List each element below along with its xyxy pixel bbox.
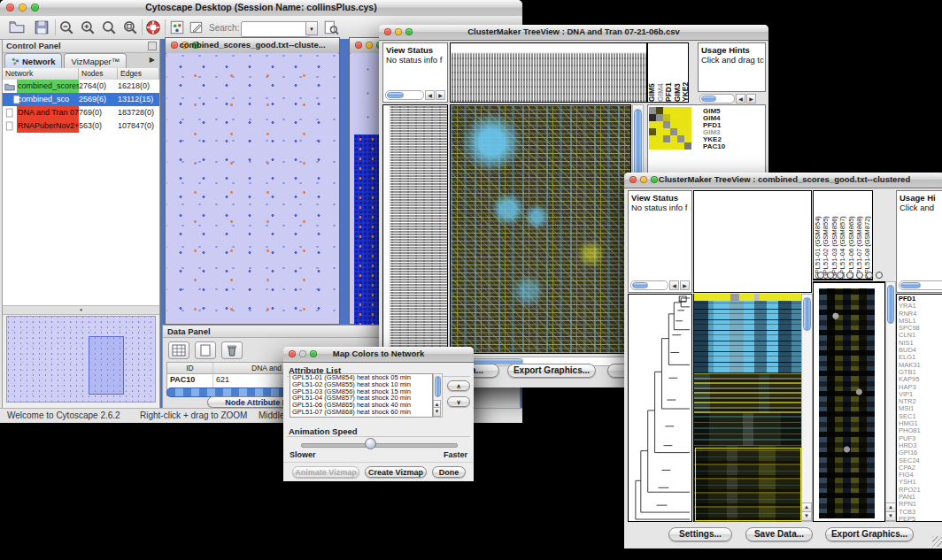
search-dropdown-arrow[interactable]: ▼ bbox=[305, 21, 318, 35]
network-canvas[interactable] bbox=[166, 53, 338, 323]
minimize-button[interactable] bbox=[366, 42, 373, 49]
tab-network-label: Network bbox=[22, 57, 55, 66]
usage-hints-scrollbar[interactable]: ◀▶ bbox=[699, 94, 756, 104]
column-header[interactable]: Edges bbox=[118, 68, 159, 80]
attribute-list[interactable]: GPL51-01 (GSM854) heat shock 05 minGPL51… bbox=[290, 373, 433, 418]
move-up-button[interactable]: ∧ bbox=[447, 380, 470, 391]
usage-hints-text: Click and drag tc bbox=[701, 55, 764, 65]
view-status-panel: View Status No status info f ◀▶ bbox=[628, 190, 692, 293]
attribute-list-scrollbar[interactable]: ▲ ▼ bbox=[433, 373, 443, 418]
network-row[interactable]: RNAPuberNov2+ 563(0) 107847(0) bbox=[3, 119, 159, 133]
network-view-titlebar[interactable]: combined_scores_good.txt--cluste... bbox=[166, 38, 339, 54]
gene-label[interactable]: PEP5 bbox=[899, 516, 942, 522]
animation-speed-label: Animation Speed bbox=[289, 426, 358, 436]
global-heatmap[interactable] bbox=[450, 104, 631, 354]
attribute-item[interactable]: GPL51-07 (GSM868) heat shock 60 min bbox=[290, 409, 432, 416]
attribute-select-icon[interactable] bbox=[168, 341, 189, 359]
search-input[interactable] bbox=[241, 21, 310, 37]
view-status-scrollbar[interactable]: ◀▶ bbox=[385, 90, 445, 100]
heatmap-vscrollbar[interactable]: ▲ ▼ bbox=[801, 294, 813, 522]
save-icon[interactable] bbox=[34, 19, 50, 35]
view-status-scrollbar[interactable]: ◀▶ bbox=[630, 280, 690, 290]
plugin-manager-icon[interactable] bbox=[169, 19, 185, 35]
done-button[interactable]: Done bbox=[432, 466, 466, 478]
zoom-fit-icon[interactable] bbox=[101, 19, 117, 35]
resize-grip[interactable] bbox=[932, 536, 942, 547]
column-label[interactable]: YKE2 bbox=[682, 43, 689, 102]
float-panel-icon[interactable] bbox=[148, 42, 157, 50]
heatmap-selection-rect[interactable] bbox=[695, 448, 801, 521]
zoom-out-icon[interactable] bbox=[58, 19, 74, 35]
column-header[interactable]: ID bbox=[167, 363, 213, 373]
new-attribute-icon[interactable] bbox=[195, 341, 216, 359]
zoom-panel bbox=[813, 281, 885, 522]
column-label[interactable]: GPL51-01 (GSM854) bbox=[814, 191, 822, 279]
slower-label: Slower bbox=[290, 450, 316, 459]
column-dendrogram[interactable] bbox=[450, 42, 647, 103]
network-row-selected[interactable]: combined_sco 2569(6) 13112(15) bbox=[3, 93, 159, 106]
column-label[interactable]: GPL51-06 (GSM865) bbox=[847, 191, 855, 279]
annotation-icon[interactable] bbox=[189, 19, 205, 35]
zoom-heatmap[interactable] bbox=[649, 107, 691, 150]
row-dendrogram[interactable] bbox=[628, 294, 692, 522]
treeview-window-combined: ClusterMaker TreeView : combined_scores_… bbox=[624, 173, 942, 548]
panel-splitter[interactable]: ● bbox=[3, 305, 159, 315]
global-heatmap[interactable] bbox=[693, 294, 802, 522]
toolbar-separator bbox=[142, 19, 143, 35]
network-table-header: Network Nodes Edges bbox=[3, 68, 159, 81]
close-button[interactable] bbox=[355, 42, 362, 49]
dialog-titlebar[interactable]: Map Colors to Network bbox=[283, 347, 474, 363]
export-graphics-button[interactable]: Export Graphics... bbox=[825, 527, 914, 541]
usage-hints-title: Usage Hints bbox=[701, 45, 762, 55]
move-down-button[interactable]: ∨ bbox=[447, 396, 470, 407]
column-header[interactable]: Nodes bbox=[79, 68, 118, 80]
network-list: combined_scores 2764(0) 16218(0) combine… bbox=[3, 80, 159, 305]
gene-list-scrollbar[interactable]: ▲ ▼ bbox=[885, 281, 896, 522]
zoom-selected-icon[interactable] bbox=[122, 19, 138, 35]
map-colors-dialog: Map Colors to Network Attribute List GPL… bbox=[283, 347, 474, 481]
gene-label[interactable]: PAC10 bbox=[703, 143, 725, 150]
column-label[interactable]: GPL51-08 (GSM872) bbox=[863, 191, 871, 279]
column-label[interactable]: GPL51-03 (GSM856) bbox=[830, 191, 838, 279]
network-row[interactable]: DNA and Tran 07 769(0) 183728(0) bbox=[3, 106, 159, 119]
help-lifesaver-icon[interactable] bbox=[145, 19, 161, 35]
column-label[interactable]: GPL51-02 (GSM855) bbox=[822, 191, 830, 279]
tab-network[interactable]: Network bbox=[4, 53, 62, 68]
treeview-titlebar[interactable]: ClusterMaker TreeView : DNA and Tran 07-… bbox=[379, 25, 768, 41]
edge-count: 13112(15) bbox=[118, 93, 159, 106]
network-view-title: combined_scores_good.txt--cluste... bbox=[166, 40, 339, 50]
zoom-in-icon[interactable] bbox=[80, 19, 96, 35]
column-label[interactable]: GPL51-04 (GSM857) bbox=[838, 191, 846, 279]
column-dendrogram-area[interactable] bbox=[693, 190, 812, 293]
main-titlebar[interactable]: Cytoscape Desktop (Session Name: collins… bbox=[0, 0, 522, 17]
animation-slider-thumb[interactable] bbox=[365, 438, 376, 449]
zoom-heatmap[interactable] bbox=[819, 288, 875, 518]
open-icon[interactable] bbox=[9, 19, 25, 35]
birdseye-viewport-rect[interactable] bbox=[89, 336, 124, 395]
create-vizmap-button[interactable]: Create Vizmap bbox=[365, 466, 427, 478]
usage-hints-scrollbar[interactable] bbox=[899, 280, 942, 290]
dialog-title: Map Colors to Network bbox=[283, 349, 474, 358]
view-status-text: No status info f bbox=[386, 55, 442, 65]
edge-count: 107847(0) bbox=[118, 119, 159, 133]
tab-vizmapper[interactable]: VizMapper™ bbox=[64, 53, 127, 68]
advanced-search-icon[interactable] bbox=[323, 19, 339, 35]
export-graphics-button[interactable]: Export Graphics... bbox=[507, 364, 596, 378]
dialog-separator bbox=[283, 462, 474, 463]
view-status-panel: View Status No status info f ◀▶ bbox=[382, 42, 448, 103]
network-view-window: combined_scores_good.txt--cluste... bbox=[165, 37, 340, 325]
treeview-titlebar[interactable]: ClusterMaker TreeView : combined_scores_… bbox=[624, 173, 942, 188]
network-name: combined_sco bbox=[17, 93, 79, 106]
column-labels[interactable]: GIM5GIM4PFD1GIM3YKE2PAC10 bbox=[647, 42, 689, 103]
animation-slider-track[interactable] bbox=[301, 443, 458, 448]
control-panel-header: Control Panel bbox=[3, 40, 159, 53]
settings-button[interactable]: Settings... bbox=[668, 527, 732, 541]
column-header[interactable]: Network bbox=[3, 68, 79, 80]
save-data-button[interactable]: Save Data... bbox=[745, 527, 813, 541]
delete-attribute-icon[interactable] bbox=[221, 341, 243, 359]
birdseye-view[interactable] bbox=[6, 316, 156, 403]
network-row[interactable]: combined_scores 2764(0) 16218(0) bbox=[3, 80, 159, 93]
row-dendrogram[interactable] bbox=[382, 104, 448, 354]
column-labels[interactable]: GPL51-01 (GSM854)GPL51-02 (GSM855)GPL51-… bbox=[813, 190, 873, 280]
tab-overflow-arrow[interactable]: ▶ bbox=[145, 53, 159, 68]
